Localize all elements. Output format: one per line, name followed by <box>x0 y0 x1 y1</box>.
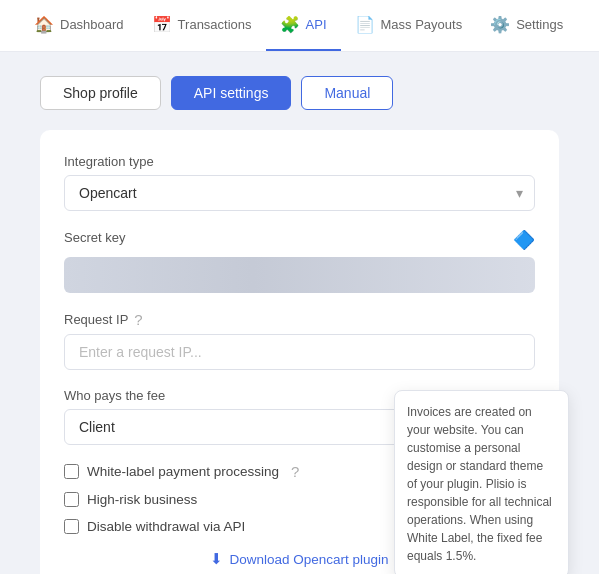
tab-api-settings[interactable]: API settings <box>171 76 292 110</box>
integration-type-select-wrapper: Opencart WooCommerce Magento PrestaShop <box>64 175 535 211</box>
integration-type-select[interactable]: Opencart WooCommerce Magento PrestaShop <box>64 175 535 211</box>
document-icon: 📄 <box>355 15 375 34</box>
nav-mass-payouts-label: Mass Payouts <box>381 17 463 32</box>
request-ip-group: Request IP ? <box>64 311 535 370</box>
top-nav: 🏠 Dashboard 📅 Transactions 🧩 API 📄 Mass … <box>0 0 599 52</box>
white-label-checkbox[interactable] <box>64 464 79 479</box>
white-label-label: White-label payment processing <box>87 464 279 479</box>
integration-type-label: Integration type <box>64 154 535 169</box>
nav-transactions-label: Transactions <box>178 17 252 32</box>
puzzle-icon: 🧩 <box>280 15 300 34</box>
main-content: Shop profile API settings Manual Integra… <box>0 52 599 574</box>
tooltip-box: Invoices are created on your website. Yo… <box>394 390 569 574</box>
request-ip-label-row: Request IP ? <box>64 311 535 328</box>
request-ip-help-icon[interactable]: ? <box>134 311 142 328</box>
request-ip-label: Request IP <box>64 312 128 327</box>
tab-manual[interactable]: Manual <box>301 76 393 110</box>
nav-dashboard[interactable]: 🏠 Dashboard <box>20 0 138 51</box>
request-ip-input[interactable] <box>64 334 535 370</box>
tooltip-text: Invoices are created on your website. Yo… <box>407 405 552 563</box>
integration-type-group: Integration type Opencart WooCommerce Ma… <box>64 154 535 211</box>
gear-icon: ⚙️ <box>490 15 510 34</box>
home-icon: 🏠 <box>34 15 54 34</box>
secret-key-bar <box>64 257 535 293</box>
calendar-icon: 📅 <box>152 15 172 34</box>
nav-transactions[interactable]: 📅 Transactions <box>138 0 266 51</box>
secret-key-label: Secret key <box>64 230 125 245</box>
disable-withdrawal-label: Disable withdrawal via API <box>87 519 245 534</box>
nav-settings-label: Settings <box>516 17 563 32</box>
nav-dashboard-label: Dashboard <box>60 17 124 32</box>
disable-withdrawal-checkbox[interactable] <box>64 519 79 534</box>
high-risk-checkbox[interactable] <box>64 492 79 507</box>
tab-row: Shop profile API settings Manual <box>40 76 559 110</box>
nav-api[interactable]: 🧩 API <box>266 0 341 51</box>
nav-api-label: API <box>306 17 327 32</box>
secret-key-label-row: Secret key 🔷 <box>64 229 535 251</box>
high-risk-label: High-risk business <box>87 492 197 507</box>
white-label-help-icon[interactable]: ? <box>291 463 299 480</box>
nav-settings[interactable]: ⚙️ Settings <box>476 0 577 51</box>
download-icon: ⬇ <box>210 550 223 568</box>
copy-icon[interactable]: 🔷 <box>513 229 535 251</box>
tab-shop-profile[interactable]: Shop profile <box>40 76 161 110</box>
settings-card: Integration type Opencart WooCommerce Ma… <box>40 130 559 574</box>
nav-mass-payouts[interactable]: 📄 Mass Payouts <box>341 0 477 51</box>
secret-key-group: Secret key 🔷 <box>64 229 535 293</box>
